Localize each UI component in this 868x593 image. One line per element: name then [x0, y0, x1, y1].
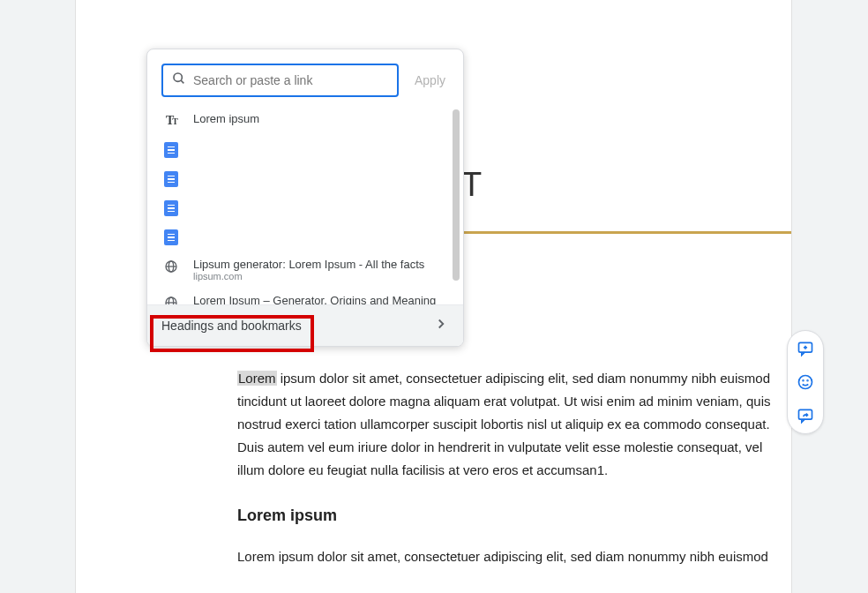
result-doc[interactable]: [151, 164, 460, 193]
doc-icon: [163, 171, 179, 187]
body-paragraph-1-rest: ipsum dolor sit amet, consectetuer adipi…: [237, 371, 770, 477]
insert-link-popup: Apply TT Lorem ipsum: [146, 49, 464, 347]
globe-icon: [163, 295, 179, 304]
result-subtitle: lipsum.com: [193, 271, 447, 281]
headings-bookmarks-row[interactable]: Headings and bookmarks: [147, 304, 463, 346]
svg-point-5: [166, 297, 176, 304]
headings-bookmarks-label: Headings and bookmarks: [161, 319, 302, 333]
svg-line-1: [181, 80, 183, 83]
link-results: TT Lorem ipsum: [147, 106, 463, 304]
link-search-input[interactable]: [193, 73, 388, 87]
result-doc[interactable]: [151, 193, 460, 222]
doc-icon: [163, 229, 179, 245]
doc-icon: [163, 142, 179, 158]
svg-point-13: [807, 380, 808, 381]
svg-point-0: [174, 73, 182, 81]
result-doc[interactable]: [151, 222, 460, 251]
result-title: Lipsum generator: Lorem Ipsum - All the …: [193, 258, 447, 271]
subheading[interactable]: Lorem ipsum: [237, 507, 337, 525]
link-results-scroll: TT Lorem ipsum: [147, 106, 463, 304]
result-text-suggestion[interactable]: TT Lorem ipsum: [151, 106, 460, 135]
link-search-box[interactable]: [161, 64, 399, 97]
popup-header: Apply: [147, 49, 463, 106]
chevron-right-icon: [433, 316, 449, 335]
result-title: Lorem ipsum: [193, 112, 447, 125]
result-title: Lorem Ipsum – Generator, Origins and Mea…: [193, 294, 447, 304]
svg-point-11: [799, 376, 812, 389]
search-icon: [172, 71, 186, 89]
body-paragraph-2[interactable]: Lorem ipsum dolor sit amet, consectetuer…: [237, 545, 790, 568]
svg-point-6: [168, 297, 173, 304]
result-web[interactable]: Lipsum generator: Lorem Ipsum - All the …: [151, 251, 460, 288]
svg-point-12: [803, 380, 804, 381]
body-paragraph-1[interactable]: Lorem ipsum dolor sit amet, consectetuer…: [237, 367, 790, 482]
emoji-reaction-button[interactable]: [795, 372, 816, 393]
text-style-icon: TT: [163, 113, 179, 129]
suggest-edits-button[interactable]: [795, 405, 816, 426]
result-doc[interactable]: [151, 135, 460, 164]
selected-text[interactable]: Lorem: [237, 371, 277, 386]
apply-button[interactable]: Apply: [411, 70, 449, 91]
side-toolbar: [787, 330, 824, 434]
doc-icon: [163, 200, 179, 216]
result-web[interactable]: Lorem Ipsum – Generator, Origins and Mea…: [151, 288, 460, 304]
globe-icon: [163, 259, 179, 274]
results-scrollbar[interactable]: [453, 109, 460, 281]
add-comment-button[interactable]: [795, 338, 816, 359]
